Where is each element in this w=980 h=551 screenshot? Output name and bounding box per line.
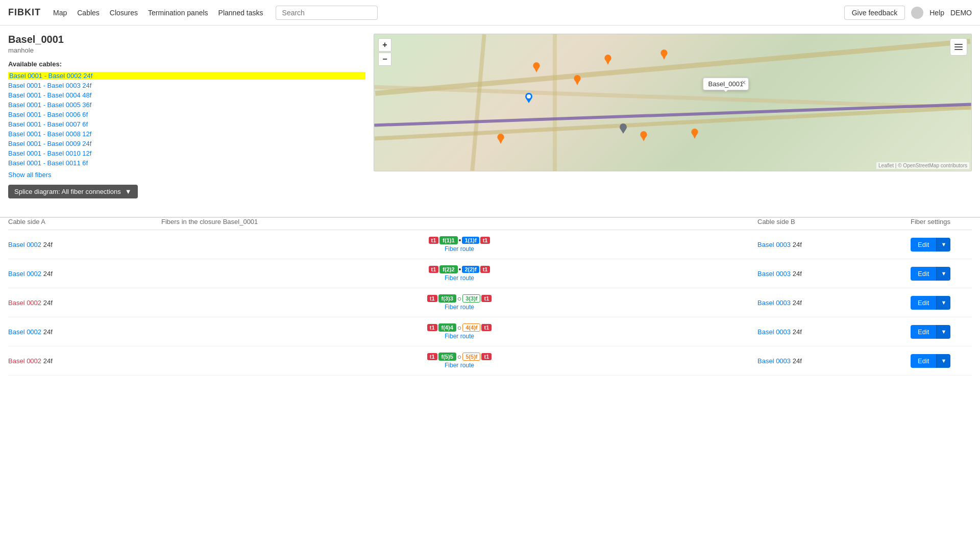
- col-header-settings: Fiber settings: [911, 218, 972, 226]
- edit-button-group-4: Edit ▼: [911, 354, 950, 368]
- table-row: Basel 0002 24f t1 f(1)1 • 1(1)f t1 Fiber…: [8, 230, 972, 259]
- fiber-dot-0: •: [459, 236, 461, 244]
- svg-marker-12: [499, 139, 503, 144]
- map-attribution: Leaflet | © OpenStreetMap contributors: [876, 162, 969, 169]
- fiber-badge-label-3: f(4)4: [438, 323, 456, 332]
- side-b-link-3[interactable]: Basel 0003: [757, 328, 791, 336]
- cable-link-3[interactable]: Basel 0001 - Basel 0005 36f: [8, 101, 365, 109]
- cable-link-1[interactable]: Basel 0001 - Basel 0003 24f: [8, 82, 365, 89]
- side-a-link-3[interactable]: Basel 0002: [8, 328, 41, 336]
- edit-caret-1[interactable]: ▼: [936, 267, 950, 281]
- side-b-link-4[interactable]: Basel 0003: [757, 357, 791, 365]
- cable-link-7[interactable]: Basel 0001 - Basel 0009 24f: [8, 140, 365, 147]
- splice-caret-icon: ▼: [125, 188, 132, 195]
- navbar-right: Give feedback Help DEMO: [844, 6, 972, 20]
- fiber-route-link-2[interactable]: Fiber route: [445, 304, 474, 311]
- col-header-side-b: Cable side B: [757, 218, 911, 226]
- cable-link-2[interactable]: Basel 0001 - Basel 0004 48f: [8, 91, 365, 99]
- navbar: FIBKIT Map Cables Closures Termination p…: [0, 0, 980, 26]
- brand-logo: FIBKIT: [8, 7, 41, 18]
- fiber-route-link-4[interactable]: Fiber route: [445, 362, 474, 369]
- nav-cables[interactable]: Cables: [77, 9, 100, 17]
- feedback-button[interactable]: Give feedback: [844, 6, 905, 20]
- edit-caret-2[interactable]: ▼: [936, 296, 950, 310]
- edit-button-group-3: Edit ▼: [911, 325, 950, 339]
- side-b-cell-4: Basel 0003 24f: [757, 357, 911, 365]
- cable-link-5[interactable]: Basel 0001 - Basel 0007 6f: [8, 120, 365, 128]
- cable-link-6[interactable]: Basel 0001 - Basel 0008 12f: [8, 130, 365, 138]
- side-a-extra-0: 24f: [43, 241, 53, 248]
- nav-planned-tasks[interactable]: Planned tasks: [218, 9, 263, 17]
- side-b-link-1[interactable]: Basel 0003: [757, 270, 791, 278]
- show-all-fibers-link[interactable]: Show all fibers: [8, 171, 365, 179]
- cable-link-9[interactable]: Basel 0001 - Basel 0011 6f: [8, 159, 365, 167]
- map-popup-close[interactable]: ✕: [741, 79, 746, 86]
- edit-caret-3[interactable]: ▼: [936, 325, 950, 339]
- map-popup: ✕ Basel_0001: [703, 78, 749, 90]
- fiber-route-link-0[interactable]: Fiber route: [445, 245, 474, 253]
- nav-termination-panels[interactable]: Termination panels: [148, 9, 208, 17]
- edit-button-group-1: Edit ▼: [911, 267, 950, 281]
- left-panel: Basel_0001 manhole Available cables: Bas…: [8, 34, 365, 198]
- cable-link-0[interactable]: Basel 0001 - Basel 0002 24f: [8, 72, 365, 80]
- edit-button-group-0: Edit ▼: [911, 238, 950, 252]
- svg-marker-9: [526, 99, 531, 103]
- side-b-cell-1: Basel 0003 24f: [757, 270, 911, 278]
- side-a-cell-4: Basel 0002 24f: [8, 357, 161, 365]
- table-row: Basel 0002 24f t1 f(3)3 ○ 3(3)f t1 Fiber…: [8, 288, 972, 317]
- fiber-badge-right-2: 3(3)f: [462, 294, 480, 303]
- search-input[interactable]: [276, 6, 378, 20]
- edit-caret-0[interactable]: ▼: [936, 238, 950, 252]
- side-a-link-4[interactable]: Basel 0002: [8, 357, 41, 365]
- side-a-link-1[interactable]: Basel 0002: [8, 270, 41, 278]
- zoom-out-button[interactable]: −: [378, 53, 391, 66]
- side-a-extra-1: 24f: [43, 270, 53, 278]
- map-marker-4[interactable]: [573, 75, 581, 85]
- map-background[interactable]: ✕ Basel_0001: [374, 34, 971, 171]
- help-link[interactable]: Help: [929, 9, 944, 17]
- map-layer-button[interactable]: [950, 38, 967, 56]
- nav-closures[interactable]: Closures: [110, 9, 138, 17]
- fiber-row-0: t1 f(1)1 • 1(1)f t1: [429, 236, 491, 244]
- map-marker-2[interactable]: [604, 55, 612, 65]
- zoom-in-button[interactable]: +: [378, 38, 391, 52]
- side-a-link-0[interactable]: Basel 0002: [8, 241, 41, 248]
- table-row: Basel 0002 24f t1 f(2)2 • 2(2)f t1 Fiber…: [8, 259, 972, 288]
- fiber-cell-4: t1 f(5)5 ○ 5(5)f t1 Fiber route: [161, 353, 757, 369]
- edit-button-4[interactable]: Edit: [911, 354, 936, 368]
- side-a-link-2[interactable]: Basel 0002: [8, 299, 41, 307]
- side-b-link-0[interactable]: Basel 0003: [757, 241, 791, 248]
- edit-button-3[interactable]: Edit: [911, 325, 936, 339]
- demo-dropdown[interactable]: DEMO: [950, 9, 972, 17]
- map-marker-3[interactable]: [660, 49, 668, 60]
- right-panel: ✕ Basel_0001 + − Leaflet | © OpenStreetM…: [374, 34, 972, 198]
- map-marker-1[interactable]: [532, 62, 541, 72]
- cable-link-8[interactable]: Basel 0001 - Basel 0010 12f: [8, 149, 365, 157]
- edit-caret-4[interactable]: ▼: [936, 354, 950, 368]
- edit-button-0[interactable]: Edit: [911, 238, 936, 252]
- map-controls: + −: [378, 38, 391, 66]
- side-b-extra-4: 24f: [793, 357, 802, 365]
- edit-button-2[interactable]: Edit: [911, 296, 936, 310]
- fiber-row-3: t1 f(4)4 ○ 4(4)f t1: [427, 323, 492, 332]
- splice-diagram-button[interactable]: Splice diagram: All fiber connections ▼: [8, 185, 138, 198]
- map-marker-5[interactable]: [497, 134, 505, 144]
- main-content: Basel_0001 manhole Available cables: Bas…: [0, 26, 980, 207]
- edit-cell-3: Edit ▼: [911, 325, 972, 339]
- nav-map[interactable]: Map: [53, 9, 67, 17]
- edit-cell-4: Edit ▼: [911, 354, 972, 368]
- cable-link-4[interactable]: Basel 0001 - Basel 0006 6f: [8, 111, 365, 118]
- fiber-dot-2: ○: [457, 294, 461, 303]
- fiber-route-link-3[interactable]: Fiber route: [445, 333, 474, 340]
- map-marker-6[interactable]: [640, 131, 648, 141]
- edit-cell-2: Edit ▼: [911, 296, 972, 310]
- side-b-link-2[interactable]: Basel 0003: [757, 299, 791, 307]
- svg-marker-18: [621, 130, 626, 134]
- map-marker-7[interactable]: [691, 129, 699, 139]
- edit-button-1[interactable]: Edit: [911, 267, 936, 281]
- nav-links: Map Cables Closures Termination panels P…: [53, 9, 263, 17]
- map-marker-active[interactable]: [525, 93, 533, 103]
- side-a-extra-2: 24f: [43, 299, 53, 307]
- fiber-route-link-1[interactable]: Fiber route: [445, 274, 474, 282]
- page-title: Basel_0001: [8, 34, 365, 45]
